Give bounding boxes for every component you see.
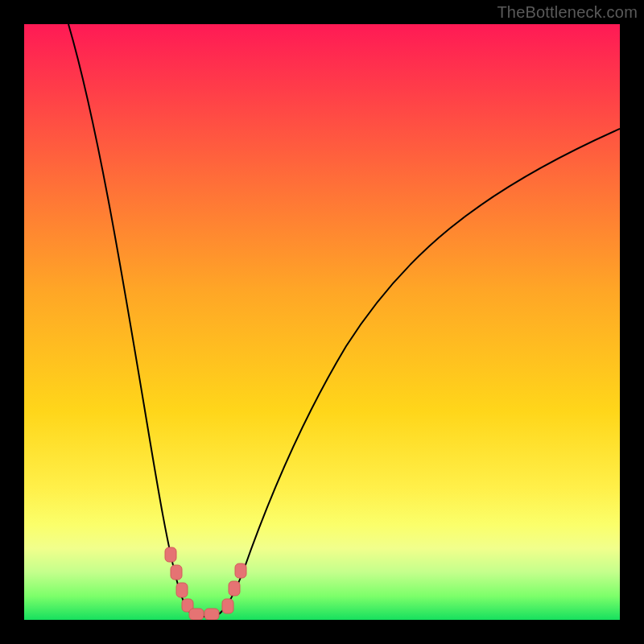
marker-dot — [171, 565, 182, 580]
marker-dot — [229, 581, 240, 596]
marker-dot — [235, 564, 246, 578]
marker-dot — [176, 583, 188, 597]
bottleneck-curve — [68, 24, 620, 617]
marker-dot — [189, 609, 204, 620]
marker-dot — [222, 599, 233, 613]
plot-area — [24, 24, 620, 620]
marker-dot — [165, 547, 176, 562]
watermark-text: TheBottleneck.com — [497, 3, 638, 22]
marker-dot — [204, 609, 219, 620]
curve-svg — [24, 24, 620, 620]
